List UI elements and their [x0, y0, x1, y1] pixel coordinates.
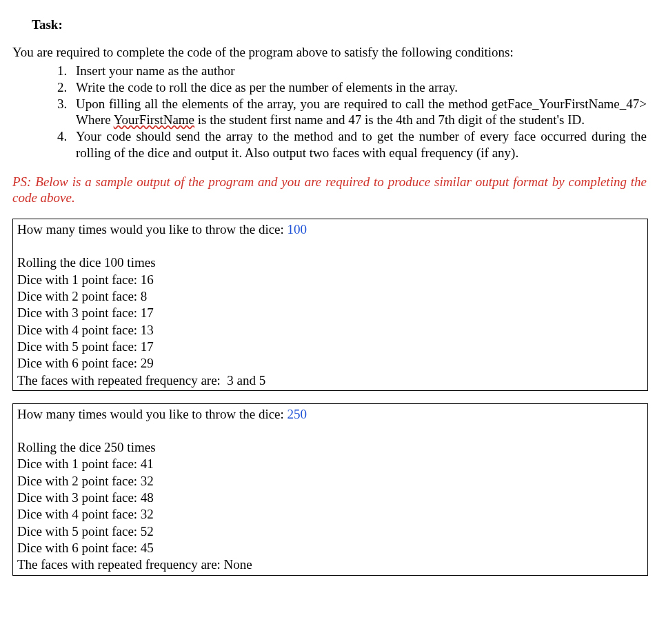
output-face-2: Dice with 2 point face: 8 [17, 288, 643, 305]
ps-note: PS: Below is a sample output of the prog… [12, 174, 647, 207]
output-face-4: Dice with 4 point face: 32 [17, 506, 643, 523]
condition-item-3: Upon filling all the elements of the arr… [70, 96, 647, 129]
output-face-5: Dice with 5 point face: 52 [17, 523, 643, 540]
output-repeated: The faces with repeated frequency are: 3… [17, 372, 643, 389]
output-face-6: Dice with 6 point face: 45 [17, 540, 643, 556]
output-face-1: Dice with 1 point face: 16 [17, 272, 643, 288]
task-heading: Task: [32, 17, 654, 32]
output-prompt: How many times would you like to throw t… [17, 407, 287, 421]
output-face-5: Dice with 5 point face: 17 [17, 339, 643, 355]
condition-3-part-b: is the student first name and 47 is the … [194, 112, 585, 127]
output-face-2: Dice with 2 point face: 32 [17, 473, 643, 490]
condition-item-4: Your code should send the array to the m… [70, 128, 647, 161]
output-user-input: 250 [287, 407, 307, 421]
condition-3-wavy: YourFirstName [114, 112, 194, 127]
output-face-4: Dice with 4 point face: 13 [17, 322, 643, 339]
output-blank-line [17, 238, 643, 254]
condition-item-2: Write the code to roll the dice as per t… [70, 79, 647, 96]
conditions-list: Insert your name as the author Write the… [47, 63, 654, 161]
output-face-3: Dice with 3 point face: 48 [17, 490, 643, 506]
output-user-input: 100 [287, 222, 307, 237]
output-rolling: Rolling the dice 250 times [17, 439, 643, 456]
output-prompt-line: How many times would you like to throw t… [17, 406, 643, 423]
output-face-6: Dice with 6 point face: 29 [17, 355, 643, 372]
sample-output-2: How many times would you like to throw t… [12, 403, 648, 576]
output-repeated: The faces with repeated frequency are: N… [17, 556, 643, 573]
output-face-1: Dice with 1 point face: 41 [17, 456, 643, 472]
output-prompt: How many times would you like to throw t… [17, 222, 287, 237]
condition-item-1: Insert your name as the author [70, 63, 647, 79]
sample-output-1: How many times would you like to throw t… [12, 219, 648, 391]
output-rolling: Rolling the dice 100 times [17, 254, 643, 271]
intro-text: You are required to complete the code of… [12, 45, 654, 60]
output-prompt-line: How many times would you like to throw t… [17, 221, 643, 238]
output-face-3: Dice with 3 point face: 17 [17, 305, 643, 321]
output-blank-line [17, 423, 643, 439]
